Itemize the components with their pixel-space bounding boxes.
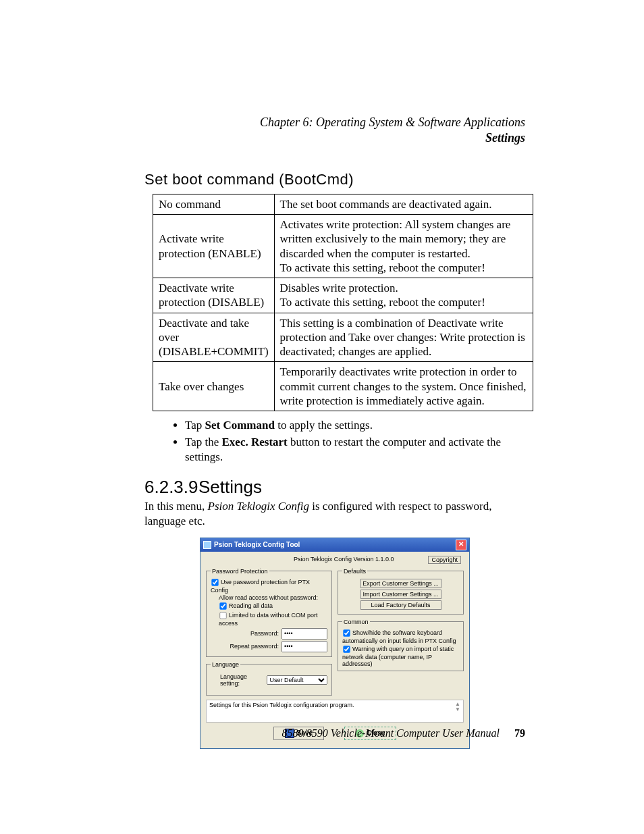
password-label: Password: (250, 630, 279, 637)
description-box: Settings for this Psion Teklogix configu… (206, 700, 464, 723)
cmd-desc: Temporarily deactivates write protection… (274, 362, 533, 411)
common-group: Common Show/hide the software keyboard a… (338, 619, 464, 671)
manual-title: 8580/8590 Vehicle-Mount Computer User Ma… (281, 727, 500, 739)
text: Tap (185, 419, 205, 432)
body-paragraph: In this menu, Psion Teklogix Config is c… (144, 499, 525, 529)
cmd-key: Deactivate and take over (DISABLE+COMMIT… (153, 313, 275, 362)
language-select[interactable]: User Default (267, 675, 327, 685)
bullet-list: Tap Set Command to apply the settings. T… (171, 418, 525, 465)
password-input[interactable] (281, 628, 327, 640)
group-legend: Defaults (342, 568, 367, 575)
window-title: Psion Teklogix Config Tool (214, 541, 300, 548)
checkbox-label: Show/hide the software keyboard automati… (342, 629, 456, 644)
cmd-desc: Disables write protection. To activate t… (274, 278, 533, 313)
description-text: Settings for this Psion Teklogix configu… (209, 702, 354, 708)
checkbox-label: Warning with query on import of static n… (342, 645, 454, 667)
load-factory-button[interactable]: Load Factory Defaults (360, 600, 441, 610)
page-footer: 8580/8590 Vehicle-Mount Computer User Ma… (144, 727, 525, 739)
cmd-key: Deactivate write protection (DISABLE) (153, 278, 275, 313)
import-settings-button[interactable]: Import Customer Settings ... (360, 590, 441, 599)
table-row: Take over changes Temporarily deactivate… (153, 362, 533, 411)
running-header: Chapter 6: Operating System & Software A… (144, 115, 525, 147)
software-keyboard-checkbox[interactable]: Show/hide the software keyboard automati… (342, 629, 459, 644)
version-label: Psion Teklogix Config Version 1.1.0.0 (294, 556, 394, 564)
warning-import-checkbox[interactable]: Warning with query on import of static n… (342, 645, 459, 667)
scroll-arrows[interactable]: ▲▼ (455, 702, 460, 712)
group-legend: Common (342, 619, 370, 625)
page: Chapter 6: Operating System & Software A… (0, 0, 644, 834)
cmd-key: Take over changes (153, 362, 275, 411)
app-icon (203, 541, 211, 549)
cmd-key: Activate write protection (ENABLE) (153, 215, 275, 278)
table-row: Deactivate write protection (DISABLE) Di… (153, 278, 533, 313)
checkbox-label: Limited to data without COM port access (219, 611, 318, 626)
group-legend: Language (211, 661, 240, 668)
bootcmd-table: No command The set boot commands are dea… (153, 194, 533, 411)
repeat-password-input[interactable] (281, 641, 327, 652)
cmd-desc: This setting is a combination of Deactiv… (274, 313, 533, 362)
export-settings-button[interactable]: Export Customer Settings ... (360, 579, 441, 588)
text: to apply the settings. (275, 419, 373, 432)
table-row: Deactivate and take over (DISABLE+COMMIT… (153, 313, 533, 362)
defaults-group: Defaults Export Customer Settings ... Im… (338, 568, 464, 615)
language-group: Language Language setting: User Default (206, 661, 332, 696)
group-legend: Password Protection (211, 568, 269, 575)
reading-all-checkbox[interactable]: Reading all data (219, 602, 327, 610)
language-label: Language setting: (220, 673, 264, 687)
bold-term: Exec. Restart (222, 436, 288, 448)
bullet-item: Tap the Exec. Restart button to restart … (185, 435, 525, 465)
screenshot-dialog: Psion Teklogix Config Tool ✕ Psion Teklo… (200, 538, 470, 749)
bold-term: Set Command (205, 419, 275, 432)
config-tool-window: Psion Teklogix Config Tool ✕ Psion Teklo… (200, 538, 470, 749)
text: In this menu, (144, 500, 208, 513)
section-title: Settings (198, 477, 262, 497)
allow-label: Allow read access without password: (219, 594, 327, 601)
subsection-heading: Set boot command (BootCmd) (144, 171, 525, 188)
cmd-key: No command (153, 194, 275, 214)
chapter-line: Chapter 6: Operating System & Software A… (144, 115, 525, 130)
copyright-button[interactable]: Copyright (428, 556, 461, 564)
section-line: Settings (144, 130, 525, 146)
text: Tap the (185, 436, 222, 448)
password-protection-group: Password Protection Use password protect… (206, 568, 332, 657)
table-row: No command The set boot commands are dea… (153, 194, 533, 214)
limited-checkbox[interactable]: Limited to data without COM port access (219, 611, 327, 627)
repeat-password-label: Repeat password: (230, 643, 279, 650)
section-heading: 6.2.3.9Settings (144, 477, 525, 498)
page-number: 79 (514, 727, 525, 739)
cmd-desc: The set boot commands are deactivated ag… (274, 194, 533, 214)
use-password-checkbox[interactable]: Use password protection for PTX Config (211, 578, 327, 594)
checkbox-label: Reading all data (229, 602, 273, 608)
checkbox-label: Use password protection for PTX Config (211, 578, 310, 593)
bullet-item: Tap Set Command to apply the settings. (185, 418, 525, 433)
cmd-desc: Activates write protection: All system c… (274, 215, 533, 278)
italic-term: Psion Teklogix Config (208, 500, 310, 513)
table-row: Activate write protection (ENABLE) Activ… (153, 215, 533, 278)
titlebar: Psion Teklogix Config Tool ✕ (200, 538, 469, 552)
close-icon[interactable]: ✕ (456, 540, 466, 550)
section-number: 6.2.3.9 (144, 477, 198, 498)
